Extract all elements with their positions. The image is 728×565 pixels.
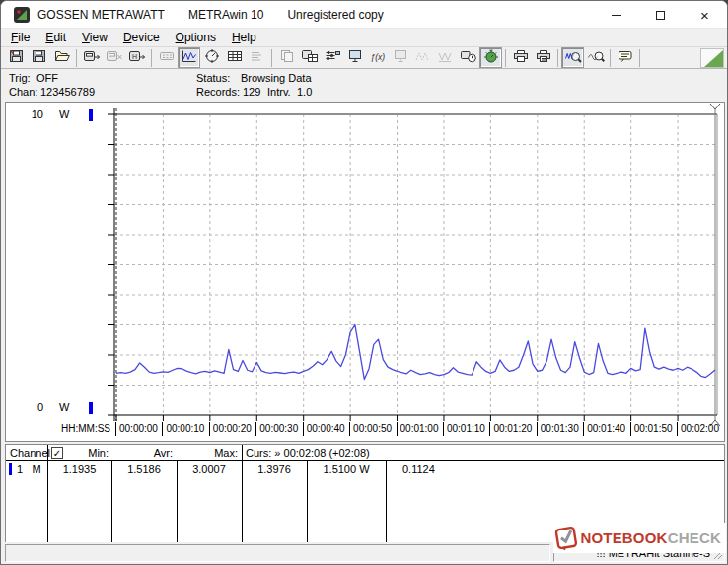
save-data-button[interactable]	[5, 47, 28, 68]
checkmark-badge-icon	[553, 524, 579, 552]
save-data-icon	[8, 48, 26, 67]
x-tick-label: 00:01:50	[630, 422, 673, 436]
toolbar-separator	[73, 49, 80, 67]
y-axis-min-label: 0	[28, 401, 43, 413]
chart-view-button[interactable]	[178, 47, 200, 68]
menu-options[interactable]: Options	[168, 29, 224, 46]
y-axis-max-label: 10	[28, 108, 43, 120]
chart-view-icon	[181, 48, 198, 67]
channel-label: Chan:	[9, 86, 37, 98]
checkmark-icon: ✓	[53, 448, 61, 459]
header-cursor: Curs: » 00:02:08 (+02:08)	[246, 445, 370, 461]
channel-marker-top	[89, 109, 93, 121]
cell-avr: 1.5186	[111, 462, 177, 477]
trace-min-button[interactable]	[411, 47, 434, 68]
export-icon	[278, 48, 296, 67]
x-tick-label: 00:01:30	[537, 422, 579, 436]
cell-max: 3.0007	[177, 462, 242, 477]
numeric-display-button[interactable]	[155, 47, 178, 68]
status-label: Status:	[196, 72, 230, 84]
list-view-icon	[249, 48, 266, 67]
comment-icon	[617, 48, 634, 67]
cell-channel-mode: M	[30, 462, 43, 477]
list-view-button[interactable]	[246, 47, 268, 68]
header-channel: Channel:	[10, 445, 49, 461]
formula-button[interactable]: ƒ(x)	[366, 47, 389, 68]
cell-channel-number: 1	[14, 462, 26, 477]
menu-view[interactable]: View	[74, 29, 115, 46]
menu-file[interactable]: File	[3, 29, 37, 46]
trace-max-icon	[437, 48, 455, 67]
monitor-log-icon	[392, 48, 409, 67]
maximize-icon	[656, 11, 665, 20]
menu-device[interactable]: Device	[115, 29, 168, 46]
channel-visible-checkbox[interactable]: ✓	[51, 447, 63, 459]
toolbar: Hƒ(x)	[1, 47, 727, 69]
y-axis-unit-top: W	[59, 108, 69, 120]
analog-view-button[interactable]	[200, 47, 223, 68]
channel-marker-bottom	[89, 402, 93, 414]
device-disconnect-icon	[106, 48, 123, 67]
cell-cursor-delta: 0.1124	[386, 462, 465, 477]
table-header-row: Channel: Min: Avr: Max: Curs: » 00:02:08…	[6, 445, 724, 461]
trace-max-button[interactable]	[434, 47, 457, 68]
print-button[interactable]	[509, 47, 532, 68]
print-icon	[512, 48, 530, 67]
export-button[interactable]	[275, 47, 298, 68]
numeric-display-icon	[158, 48, 176, 67]
menu-edit[interactable]: Edit	[37, 29, 74, 46]
x-tick-label: 00:01:10	[443, 422, 485, 436]
open-file-button[interactable]	[50, 47, 73, 68]
series-line-1	[116, 324, 715, 379]
toolbar-separator	[607, 49, 614, 67]
cell-cursor-b: 1.5100 W	[307, 462, 386, 477]
comment-button[interactable]	[614, 47, 636, 68]
x-tick-label: 00:00:20	[209, 422, 252, 436]
open-file-icon	[53, 48, 71, 67]
toolbar-separator	[636, 49, 643, 67]
title-app-name: GOSSEN METRAWATT	[37, 8, 165, 22]
title-product-name: METRAwin 10	[188, 8, 263, 22]
device-memory-button[interactable]: H	[125, 47, 148, 68]
trace-min-icon	[414, 48, 432, 67]
print-setup-button[interactable]	[532, 47, 554, 68]
device-download-icon	[83, 48, 101, 67]
header-avr: Avr:	[111, 445, 173, 461]
cell-cursor-a: 1.3976	[242, 462, 307, 477]
x-tick-label: 00:01:40	[583, 422, 625, 436]
table-view-button[interactable]	[223, 47, 246, 68]
device-disconnect-button[interactable]	[103, 47, 125, 68]
device-read-icon	[301, 48, 319, 67]
svg-text:H: H	[132, 53, 137, 60]
timer-button[interactable]	[479, 47, 502, 68]
cell-min: 1.1935	[47, 462, 111, 477]
x-tick-label: 00:02:00	[677, 422, 719, 436]
header-min: Min:	[65, 445, 109, 461]
menu-help[interactable]: Help	[224, 29, 264, 46]
title-bar: GOSSEN METRAWATT METRAwin 10 Unregistere…	[1, 1, 727, 29]
x-tick-label: 00:01:00	[397, 422, 439, 436]
monitor-log-button[interactable]	[389, 47, 411, 68]
y-axis-unit-bottom: W	[59, 401, 69, 413]
monitor-button[interactable]	[343, 47, 366, 68]
minimize-button[interactable]	[594, 1, 638, 29]
device-config-button[interactable]	[321, 47, 343, 68]
measurement-info-panel: Trig: OFF Chan: 123456789 Status: Browsi…	[1, 69, 727, 102]
x-tick-label: 00:00:00	[115, 422, 158, 436]
status-value: Browsing Data	[241, 72, 312, 84]
schedule-button[interactable]	[457, 47, 479, 68]
zoom-time-button[interactable]	[561, 47, 584, 68]
watermark-brand-primary: NOTEBOOK	[580, 530, 667, 546]
x-tick-label: 00:00:30	[255, 422, 298, 436]
notebookcheck-watermark: NOTEBOOK CHECK	[553, 523, 726, 553]
close-button[interactable]: ×	[683, 1, 727, 29]
save-as-button[interactable]	[28, 47, 50, 68]
zoom-curve-button[interactable]	[584, 47, 607, 68]
maximize-button[interactable]	[638, 1, 683, 29]
x-tick-label: 00:00:50	[349, 422, 392, 436]
device-read-button[interactable]	[298, 47, 321, 68]
status-bar-message-area	[5, 544, 550, 562]
green-triangle-icon	[704, 50, 723, 67]
device-download-button[interactable]	[80, 47, 103, 68]
zoom-curve-icon	[587, 48, 605, 67]
